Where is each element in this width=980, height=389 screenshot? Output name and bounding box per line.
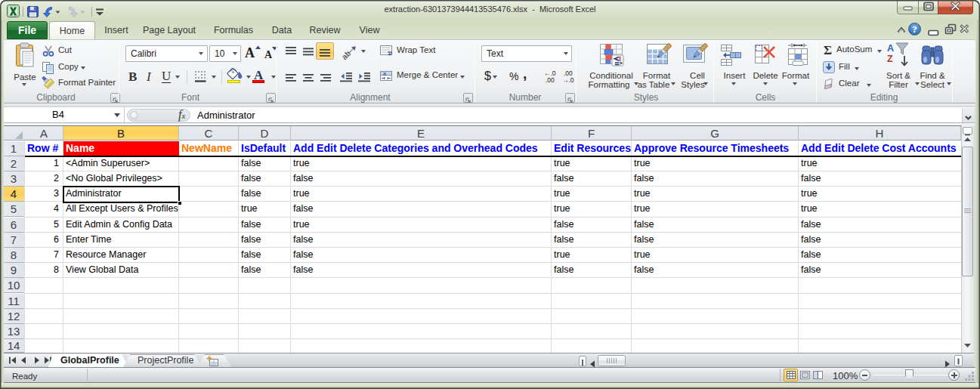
svg-text:Z: Z [887, 54, 893, 64]
svg-text:.00: .00 [546, 76, 555, 83]
svg-text:A: A [887, 43, 894, 54]
svg-text:→.0: →.0 [562, 76, 574, 83]
svg-text:a: a [383, 71, 386, 76]
